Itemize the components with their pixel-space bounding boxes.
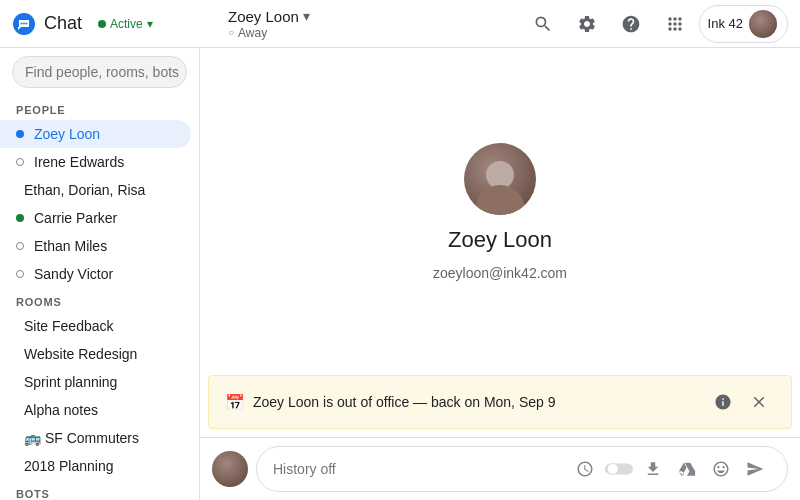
sidebar-item-label: 🚌 SF Commuters [24,430,139,446]
sidebar-item-sandy-victor[interactable]: Sandy Victor [0,260,191,288]
svg-point-5 [607,464,618,475]
rooms-section-header: ROOMS [0,288,199,312]
status-dot-icon [16,214,24,222]
status-circle-icon: ○ [228,27,234,38]
top-bar-right: Ink 42 [523,4,788,44]
svg-point-3 [26,22,28,24]
svg-point-2 [23,22,25,24]
upload-button[interactable] [637,453,669,485]
contact-center-email: zoeyloon@ink42.com [433,265,567,281]
upload-icon [644,460,662,478]
chat-area: Zoey Loon zoeyloon@ink42.com 📅 Zoey Loon… [200,48,800,500]
sidebar-item-label: Sandy Victor [34,266,113,282]
sidebar-item-label: 2018 Planning [24,458,114,474]
sidebar-item-sf-commuters[interactable]: 🚌 SF Commuters [0,424,191,452]
search-bar [0,48,199,96]
app-title: Chat [44,13,82,34]
info-icon [714,393,732,411]
svg-point-1 [21,22,23,24]
main-content: PEOPLE Zoey Loon Irene Edwards Ethan, Do… [0,48,800,500]
chevron-down-icon: ▾ [147,17,153,31]
active-label: Active [110,17,143,31]
status-dot-icon [16,242,24,250]
schedule-button[interactable] [569,453,601,485]
sidebar-item-label: Ethan Miles [34,238,107,254]
ooo-banner-text: Zoey Loon is out of office — back on Mon… [253,394,699,410]
sidebar-item-zoey-loon[interactable]: Zoey Loon [0,120,191,148]
sidebar-item-irene-edwards[interactable]: Irene Edwards [0,148,191,176]
drive-icon [678,460,696,478]
status-dot-icon [16,158,24,166]
bots-section-header: BOTS [0,480,199,500]
sidebar-item-label: Site Feedback [24,318,114,334]
chat-messages: Zoey Loon zoeyloon@ink42.com [200,48,800,375]
help-icon [621,14,641,34]
account-label: Ink 42 [708,16,743,31]
search-input[interactable] [25,64,200,80]
message-input[interactable] [273,461,561,477]
send-button[interactable] [739,453,771,485]
drive-button[interactable] [671,453,703,485]
ooo-banner: 📅 Zoey Loon is out of office — back on M… [208,375,792,429]
user-avatar [212,451,248,487]
chevron-icon: ▾ [303,8,310,24]
grid-icon [665,14,685,34]
clock-icon [576,460,594,478]
contact-status-header: ○ Away [228,26,310,40]
sidebar-item-website-redesign[interactable]: Website Redesign [0,340,191,368]
emoji-icon [712,460,730,478]
sidebar: PEOPLE Zoey Loon Irene Edwards Ethan, Do… [0,48,200,500]
search-button[interactable] [523,4,563,44]
contact-name-header[interactable]: Zoey Loon ▾ [228,8,310,25]
emoji-button[interactable] [705,453,737,485]
sidebar-item-label: Ethan, Dorian, Risa [24,182,145,198]
sidebar-item-2018-planning[interactable]: 2018 Planning [0,452,191,480]
avatar [749,10,777,38]
sidebar-item-label: Website Redesign [24,346,137,362]
contact-center-name: Zoey Loon [448,227,552,253]
sidebar-item-label: Irene Edwards [34,154,124,170]
sidebar-item-ethan-dorian-risa[interactable]: Ethan, Dorian, Risa [0,176,191,204]
contact-header-info: Zoey Loon ▾ ○ Away [228,8,310,40]
ooo-actions [707,386,775,418]
settings-button[interactable] [567,4,607,44]
help-button[interactable] [611,4,651,44]
search-icon [533,14,553,34]
sidebar-item-label: Zoey Loon [34,126,100,142]
sidebar-item-ethan-miles[interactable]: Ethan Miles [0,232,191,260]
sidebar-item-site-feedback[interactable]: Site Feedback [0,312,191,340]
close-icon [750,393,768,411]
toggle-icon [605,460,633,478]
contact-avatar [464,143,536,215]
active-status[interactable]: Active ▾ [98,17,153,31]
sidebar-item-label: Carrie Parker [34,210,117,226]
gear-icon [577,14,597,34]
toggle-button[interactable] [603,453,635,485]
people-section-header: PEOPLE [0,96,199,120]
search-input-wrap[interactable] [12,56,187,88]
sidebar-item-sprint-planning[interactable]: Sprint planning [0,368,191,396]
top-bar-middle: Zoey Loon ▾ ○ Away [212,8,523,40]
ooo-info-button[interactable] [707,386,739,418]
input-bar [200,437,800,500]
top-bar: Chat Active ▾ Zoey Loon ▾ ○ Away [0,0,800,48]
sidebar-item-carrie-parker[interactable]: Carrie Parker [0,204,191,232]
apps-button[interactable] [655,4,695,44]
send-icon [746,460,764,478]
ooo-close-button[interactable] [743,386,775,418]
account-chip[interactable]: Ink 42 [699,5,788,43]
sidebar-item-alpha-notes[interactable]: Alpha notes [0,396,191,424]
top-bar-left: Chat Active ▾ [12,12,212,36]
sidebar-item-label: Sprint planning [24,374,117,390]
calendar-icon: 📅 [225,393,245,412]
sidebar-item-label: Alpha notes [24,402,98,418]
status-dot-icon [16,130,24,138]
input-actions [569,453,771,485]
status-dot-icon [16,270,24,278]
app-logo-icon [12,12,36,36]
active-dot-icon [98,20,106,28]
message-input-wrap[interactable] [256,446,788,492]
